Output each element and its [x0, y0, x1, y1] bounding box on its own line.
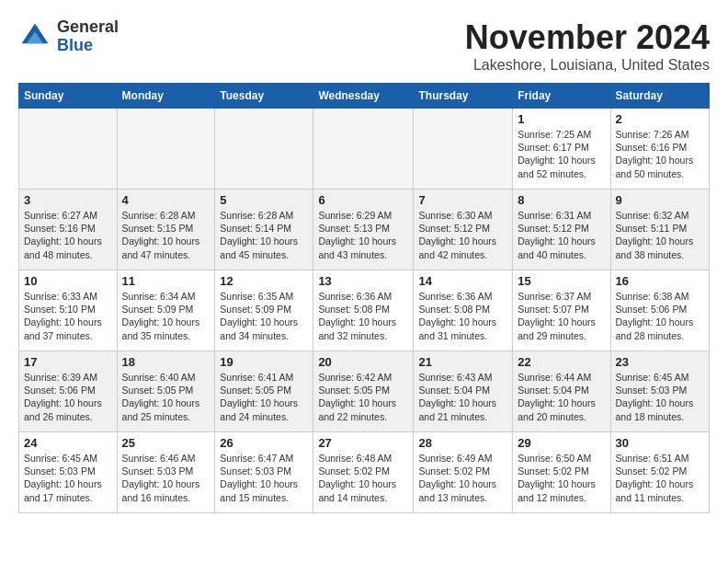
day-info: Sunrise: 6:43 AM Sunset: 5:04 PM Dayligh… [418, 371, 507, 423]
day-number: 29 [518, 436, 605, 450]
calendar-week-row: 17Sunrise: 6:39 AM Sunset: 5:06 PM Dayli… [19, 351, 710, 432]
day-info: Sunrise: 6:44 AM Sunset: 5:04 PM Dayligh… [518, 371, 605, 423]
day-number: 2 [616, 112, 705, 126]
calendar-week-row: 24Sunrise: 6:45 AM Sunset: 5:03 PM Dayli… [19, 432, 710, 513]
day-number: 19 [220, 355, 308, 369]
day-info: Sunrise: 6:49 AM Sunset: 5:02 PM Dayligh… [418, 452, 507, 504]
table-row: 28Sunrise: 6:49 AM Sunset: 5:02 PM Dayli… [414, 432, 513, 513]
logo-blue-text: Blue [57, 37, 119, 55]
day-number: 16 [616, 274, 705, 288]
calendar-week-row: 3Sunrise: 6:27 AM Sunset: 5:16 PM Daylig… [19, 190, 710, 270]
table-row [117, 109, 215, 190]
day-info: Sunrise: 6:33 AM Sunset: 5:10 PM Dayligh… [24, 290, 112, 342]
calendar-week-row: 10Sunrise: 6:33 AM Sunset: 5:10 PM Dayli… [19, 270, 710, 351]
header-wednesday: Wednesday [313, 84, 414, 109]
day-info: Sunrise: 7:25 AM Sunset: 6:17 PM Dayligh… [518, 128, 605, 180]
day-number: 8 [518, 193, 605, 207]
table-row: 12Sunrise: 6:35 AM Sunset: 5:09 PM Dayli… [215, 270, 313, 351]
table-row: 23Sunrise: 6:45 AM Sunset: 5:03 PM Dayli… [610, 351, 710, 432]
table-row: 8Sunrise: 6:31 AM Sunset: 5:12 PM Daylig… [513, 190, 610, 270]
day-info: Sunrise: 6:38 AM Sunset: 5:06 PM Dayligh… [616, 290, 705, 342]
day-number: 15 [518, 274, 605, 288]
day-number: 17 [24, 355, 112, 369]
day-number: 28 [418, 436, 507, 450]
table-row [215, 109, 313, 190]
day-info: Sunrise: 6:28 AM Sunset: 5:14 PM Dayligh… [220, 209, 308, 261]
day-number: 14 [418, 274, 507, 288]
table-row: 24Sunrise: 6:45 AM Sunset: 5:03 PM Dayli… [19, 432, 118, 513]
table-row: 1Sunrise: 7:25 AM Sunset: 6:17 PM Daylig… [513, 109, 610, 190]
header-monday: Monday [117, 84, 215, 109]
day-info: Sunrise: 6:30 AM Sunset: 5:12 PM Dayligh… [418, 209, 507, 261]
day-number: 27 [318, 436, 408, 450]
day-number: 18 [122, 355, 210, 369]
day-number: 11 [122, 274, 210, 288]
table-row: 15Sunrise: 6:37 AM Sunset: 5:07 PM Dayli… [513, 270, 610, 351]
table-row: 19Sunrise: 6:41 AM Sunset: 5:05 PM Dayli… [215, 351, 313, 432]
logo: General Blue [18, 18, 119, 55]
table-row: 2Sunrise: 7:26 AM Sunset: 6:16 PM Daylig… [610, 109, 710, 190]
table-row: 27Sunrise: 6:48 AM Sunset: 5:02 PM Dayli… [313, 432, 414, 513]
day-number: 24 [24, 436, 112, 450]
day-info: Sunrise: 6:47 AM Sunset: 5:03 PM Dayligh… [220, 452, 308, 504]
day-info: Sunrise: 6:51 AM Sunset: 5:02 PM Dayligh… [616, 452, 705, 504]
title-section: November 2024 Lakeshore, Louisiana, Unit… [465, 18, 710, 74]
day-info: Sunrise: 6:37 AM Sunset: 5:07 PM Dayligh… [518, 290, 605, 342]
calendar-table: Sunday Monday Tuesday Wednesday Thursday… [18, 83, 710, 513]
table-row: 22Sunrise: 6:44 AM Sunset: 5:04 PM Dayli… [513, 351, 610, 432]
table-row: 16Sunrise: 6:38 AM Sunset: 5:06 PM Dayli… [610, 270, 710, 351]
logo-icon [18, 20, 51, 53]
day-info: Sunrise: 6:35 AM Sunset: 5:09 PM Dayligh… [220, 290, 308, 342]
table-row: 21Sunrise: 6:43 AM Sunset: 5:04 PM Dayli… [414, 351, 513, 432]
day-info: Sunrise: 6:42 AM Sunset: 5:05 PM Dayligh… [318, 371, 408, 423]
day-number: 9 [616, 193, 705, 207]
table-row: 20Sunrise: 6:42 AM Sunset: 5:05 PM Dayli… [313, 351, 414, 432]
day-info: Sunrise: 6:36 AM Sunset: 5:08 PM Dayligh… [418, 290, 507, 342]
table-row: 26Sunrise: 6:47 AM Sunset: 5:03 PM Dayli… [215, 432, 313, 513]
day-number: 7 [418, 193, 507, 207]
table-row: 7Sunrise: 6:30 AM Sunset: 5:12 PM Daylig… [414, 190, 513, 270]
day-number: 10 [24, 274, 112, 288]
day-info: Sunrise: 6:45 AM Sunset: 5:03 PM Dayligh… [616, 371, 705, 423]
header-saturday: Saturday [610, 84, 710, 109]
day-number: 20 [318, 355, 408, 369]
day-number: 4 [122, 193, 210, 207]
day-number: 5 [220, 193, 308, 207]
table-row: 17Sunrise: 6:39 AM Sunset: 5:06 PM Dayli… [19, 351, 118, 432]
day-info: Sunrise: 6:41 AM Sunset: 5:05 PM Dayligh… [220, 371, 308, 423]
month-title: November 2024 [465, 18, 710, 57]
table-row: 5Sunrise: 6:28 AM Sunset: 5:14 PM Daylig… [215, 190, 313, 270]
day-info: Sunrise: 6:39 AM Sunset: 5:06 PM Dayligh… [24, 371, 112, 423]
day-number: 1 [518, 112, 605, 126]
day-number: 6 [318, 193, 408, 207]
header-friday: Friday [513, 84, 610, 109]
table-row: 10Sunrise: 6:33 AM Sunset: 5:10 PM Dayli… [19, 270, 118, 351]
table-row: 14Sunrise: 6:36 AM Sunset: 5:08 PM Dayli… [414, 270, 513, 351]
day-number: 30 [616, 436, 705, 450]
table-row: 3Sunrise: 6:27 AM Sunset: 5:16 PM Daylig… [19, 190, 118, 270]
table-row: 25Sunrise: 6:46 AM Sunset: 5:03 PM Dayli… [117, 432, 215, 513]
day-info: Sunrise: 6:28 AM Sunset: 5:15 PM Dayligh… [122, 209, 210, 261]
logo-general-text: General [57, 18, 119, 37]
header-sunday: Sunday [19, 84, 118, 109]
day-number: 3 [24, 193, 112, 207]
day-info: Sunrise: 6:31 AM Sunset: 5:12 PM Dayligh… [518, 209, 605, 261]
page-header: General Blue November 2024 Lakeshore, Lo… [18, 18, 710, 74]
table-row: 9Sunrise: 6:32 AM Sunset: 5:11 PM Daylig… [610, 190, 710, 270]
table-row: 6Sunrise: 6:29 AM Sunset: 5:13 PM Daylig… [313, 190, 414, 270]
table-row: 29Sunrise: 6:50 AM Sunset: 5:02 PM Dayli… [513, 432, 610, 513]
header-thursday: Thursday [414, 84, 513, 109]
calendar-week-row: 1Sunrise: 7:25 AM Sunset: 6:17 PM Daylig… [19, 109, 710, 190]
day-number: 26 [220, 436, 308, 450]
table-row: 30Sunrise: 6:51 AM Sunset: 5:02 PM Dayli… [610, 432, 710, 513]
table-row: 18Sunrise: 6:40 AM Sunset: 5:05 PM Dayli… [117, 351, 215, 432]
day-info: Sunrise: 7:26 AM Sunset: 6:16 PM Dayligh… [616, 128, 705, 180]
day-number: 25 [122, 436, 210, 450]
day-number: 12 [220, 274, 308, 288]
day-info: Sunrise: 6:50 AM Sunset: 5:02 PM Dayligh… [518, 452, 605, 504]
table-row [414, 109, 513, 190]
weekday-header-row: Sunday Monday Tuesday Wednesday Thursday… [19, 84, 710, 109]
day-info: Sunrise: 6:27 AM Sunset: 5:16 PM Dayligh… [24, 209, 112, 261]
table-row: 4Sunrise: 6:28 AM Sunset: 5:15 PM Daylig… [117, 190, 215, 270]
day-number: 21 [418, 355, 507, 369]
